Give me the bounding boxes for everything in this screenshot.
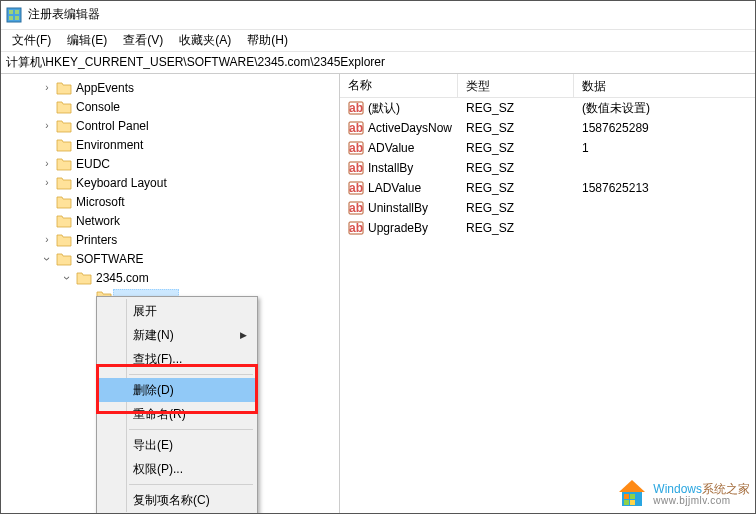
tree-item-label: 2345.com xyxy=(96,271,149,285)
value-row[interactable]: abADValueREG_SZ1 xyxy=(340,138,756,158)
folder-icon xyxy=(56,233,72,247)
address-bar[interactable]: 计算机\HKEY_CURRENT_USER\SOFTWARE\2345.com\… xyxy=(0,52,756,74)
tree-item-label: Console xyxy=(76,100,120,114)
watermark-brand: Windows系统之家 xyxy=(653,480,750,495)
value-data-cell: 1587625213 xyxy=(574,179,756,197)
list-header: 名称 类型 数据 xyxy=(340,74,756,98)
tree-item-label: Microsoft xyxy=(76,195,125,209)
value-row[interactable]: abActiveDaysNowREG_SZ1587625289 xyxy=(340,118,756,138)
house-icon xyxy=(615,478,649,508)
svg-text:ab: ab xyxy=(349,101,363,115)
value-row[interactable]: abUninstallByREG_SZ xyxy=(340,198,756,218)
menu-view[interactable]: 查看(V) xyxy=(115,30,171,51)
value-name-cell: abUninstallBy xyxy=(340,198,458,218)
folder-icon xyxy=(76,271,92,285)
value-row[interactable]: ab(默认)REG_SZ(数值未设置) xyxy=(340,98,756,118)
tree-item[interactable]: ›SOFTWARE xyxy=(0,249,339,268)
chevron-down-icon[interactable]: › xyxy=(40,252,54,266)
folder-icon xyxy=(56,195,72,209)
folder-icon xyxy=(56,81,72,95)
value-name-cell: abADValue xyxy=(340,138,458,158)
value-type-cell: REG_SZ xyxy=(458,139,574,157)
tree-item[interactable]: ›Keyboard Layout xyxy=(0,173,339,192)
chevron-right-icon[interactable]: › xyxy=(40,120,54,131)
cm-separator xyxy=(129,484,253,485)
col-header-name[interactable]: 名称 xyxy=(340,74,458,97)
tree-item[interactable]: Environment xyxy=(0,135,339,154)
value-data-cell: 1 xyxy=(574,139,756,157)
tree-item-label: SOFTWARE xyxy=(76,252,144,266)
svg-text:ab: ab xyxy=(349,121,363,135)
chevron-right-icon[interactable]: › xyxy=(40,158,54,169)
string-value-icon: ab xyxy=(348,200,364,216)
chevron-down-icon[interactable]: › xyxy=(60,271,74,285)
svg-rect-22 xyxy=(630,494,635,499)
string-value-icon: ab xyxy=(348,140,364,156)
value-data-cell: 1587625289 xyxy=(574,119,756,137)
value-row[interactable]: abInstallByREG_SZ xyxy=(340,158,756,178)
menu-edit[interactable]: 编辑(E) xyxy=(59,30,115,51)
folder-icon xyxy=(56,176,72,190)
cm-export[interactable]: 导出(E) xyxy=(99,433,255,457)
list-panel[interactable]: 名称 类型 数据 ab(默认)REG_SZ(数值未设置)abActiveDays… xyxy=(340,74,756,514)
tree-item-label: Control Panel xyxy=(76,119,149,133)
folder-icon xyxy=(56,100,72,114)
tree-item[interactable]: Console xyxy=(0,97,339,116)
menu-help[interactable]: 帮助(H) xyxy=(239,30,296,51)
svg-rect-24 xyxy=(630,500,635,505)
cm-copy-key-name[interactable]: 复制项名称(C) xyxy=(99,488,255,512)
menu-bar: 文件(F) 编辑(E) 查看(V) 收藏夹(A) 帮助(H) xyxy=(0,30,756,52)
tree-item-label: AppEvents xyxy=(76,81,134,95)
chevron-right-icon[interactable]: › xyxy=(40,234,54,245)
svg-rect-2 xyxy=(15,10,19,14)
value-type-cell: REG_SZ xyxy=(458,99,574,117)
folder-icon xyxy=(56,119,72,133)
value-name-cell: abInstallBy xyxy=(340,158,458,178)
tree-item[interactable]: ›Control Panel xyxy=(0,116,339,135)
address-text: 计算机\HKEY_CURRENT_USER\SOFTWARE\2345.com\… xyxy=(6,54,385,71)
string-value-icon: ab xyxy=(348,160,364,176)
menu-favorites[interactable]: 收藏夹(A) xyxy=(171,30,239,51)
svg-text:ab: ab xyxy=(349,181,363,195)
cm-expand[interactable]: 展开 xyxy=(99,299,255,323)
cm-rename[interactable]: 重命名(R) xyxy=(99,402,255,426)
title-bar: 注册表编辑器 xyxy=(0,0,756,30)
cm-new[interactable]: 新建(N)▶ xyxy=(99,323,255,347)
watermark: Windows系统之家 www.bjjmlv.com xyxy=(615,478,750,508)
cm-delete[interactable]: 删除(D) xyxy=(99,378,255,402)
svg-marker-19 xyxy=(619,480,645,492)
tree-item-label: Printers xyxy=(76,233,117,247)
svg-text:ab: ab xyxy=(349,221,363,235)
svg-rect-23 xyxy=(624,500,629,505)
chevron-right-icon[interactable]: › xyxy=(40,82,54,93)
svg-text:ab: ab xyxy=(349,201,363,215)
tree-item[interactable]: Network xyxy=(0,211,339,230)
folder-icon xyxy=(56,157,72,171)
value-data-cell xyxy=(574,206,756,210)
menu-file[interactable]: 文件(F) xyxy=(4,30,59,51)
tree-item[interactable]: ›Printers xyxy=(0,230,339,249)
tree-item[interactable]: ›2345.com xyxy=(0,268,339,287)
tree-item-label: Environment xyxy=(76,138,143,152)
value-row[interactable]: abUpgradeByREG_SZ xyxy=(340,218,756,238)
tree-item[interactable]: ›EUDC xyxy=(0,154,339,173)
tree-item[interactable]: Microsoft xyxy=(0,192,339,211)
value-type-cell: REG_SZ xyxy=(458,179,574,197)
cm-separator xyxy=(129,374,253,375)
cm-find[interactable]: 查找(F)... xyxy=(99,347,255,371)
value-type-cell: REG_SZ xyxy=(458,219,574,237)
value-row[interactable]: abLADValueREG_SZ1587625213 xyxy=(340,178,756,198)
folder-icon xyxy=(56,138,72,152)
value-data-cell xyxy=(574,166,756,170)
value-name-cell: abLADValue xyxy=(340,178,458,198)
tree-item[interactable]: ›AppEvents xyxy=(0,78,339,97)
value-data-cell xyxy=(574,226,756,230)
col-header-data[interactable]: 数据 xyxy=(574,74,756,97)
folder-icon xyxy=(56,252,72,266)
cm-permissions[interactable]: 权限(P)... xyxy=(99,457,255,481)
string-value-icon: ab xyxy=(348,220,364,236)
chevron-right-icon[interactable]: › xyxy=(40,177,54,188)
col-header-type[interactable]: 类型 xyxy=(458,74,574,97)
cm-separator xyxy=(129,429,253,430)
tree-item-label: EUDC xyxy=(76,157,110,171)
